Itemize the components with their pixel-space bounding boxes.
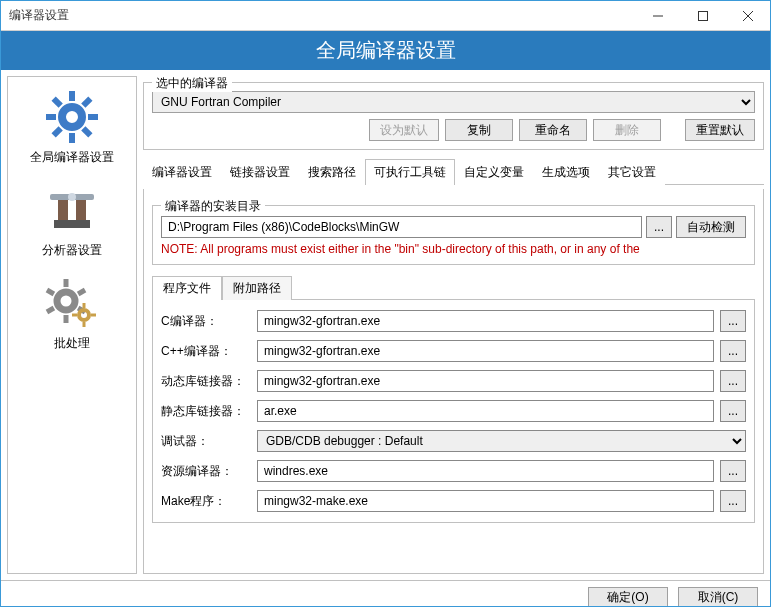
group-title: 编译器的安装目录 [161,198,265,215]
svg-rect-8 [81,126,92,137]
svg-rect-6 [81,96,92,107]
svg-point-4 [62,107,82,127]
sidebar-item-global-compiler[interactable]: 全局编译器设置 [10,83,134,176]
browse-resource-compiler[interactable]: ... [720,460,746,482]
svg-rect-28 [83,322,86,327]
input-static-linker[interactable] [257,400,714,422]
svg-point-18 [57,292,75,310]
svg-rect-23 [46,306,55,314]
auto-detect-button[interactable]: 自动检测 [676,216,746,238]
svg-rect-11 [46,114,56,120]
svg-rect-12 [51,96,62,107]
tab-body: 编译器的安装目录 ... 自动检测 NOTE: All programs mus… [143,189,764,574]
batch-gear-icon [40,275,104,331]
tab-custom-vars[interactable]: 自定义变量 [455,159,533,185]
copy-button[interactable]: 复制 [445,119,513,141]
reset-defaults-button[interactable]: 重置默认 [685,119,755,141]
window-title: 编译器设置 [1,7,635,24]
label-make-program: Make程序： [161,493,251,510]
svg-rect-29 [72,314,77,317]
group-title: 选中的编译器 [152,75,232,92]
label-cpp-compiler: C++编译器： [161,343,251,360]
profiler-icon [40,182,104,238]
svg-rect-9 [69,133,75,143]
inner-tabs: 程序文件 附加路径 [152,275,755,299]
svg-rect-26 [83,303,86,308]
svg-point-25 [79,310,89,320]
svg-rect-10 [51,126,62,137]
input-dynamic-linker[interactable] [257,370,714,392]
svg-rect-24 [46,288,55,296]
svg-rect-15 [76,200,86,220]
label-static-linker: 静态库链接器： [161,403,251,420]
svg-rect-14 [58,200,68,220]
row-cpp-compiler: C++编译器： ... [161,340,746,362]
sidebar: 全局编译器设置 分析器设置 批处理 [7,76,137,574]
sidebar-item-batch[interactable]: 批处理 [10,269,134,362]
label-debugger: 调试器： [161,433,251,450]
select-debugger[interactable]: GDB/CDB debugger : Default [257,430,746,452]
svg-rect-5 [69,91,75,101]
input-c-compiler[interactable] [257,310,714,332]
tab-compiler-settings[interactable]: 编译器设置 [143,159,221,185]
maximize-button[interactable] [680,1,725,30]
rename-button[interactable]: 重命名 [519,119,587,141]
set-default-button: 设为默认 [369,119,439,141]
browse-static-linker[interactable]: ... [720,400,746,422]
browse-c-compiler[interactable]: ... [720,310,746,332]
minimize-button[interactable] [635,1,680,30]
label-c-compiler: C编译器： [161,313,251,330]
dialog-footer: 确定(O) 取消(C) [1,580,770,607]
main-tabs: 编译器设置 链接器设置 搜索路径 可执行工具链 自定义变量 生成选项 其它设置 [143,158,764,185]
row-static-linker: 静态库链接器： ... [161,400,746,422]
input-resource-compiler[interactable] [257,460,714,482]
sidebar-item-label: 批处理 [54,335,90,352]
browse-dynamic-linker[interactable]: ... [720,370,746,392]
install-note: NOTE: All programs must exist either in … [161,242,746,256]
tab-linker-settings[interactable]: 链接器设置 [221,159,299,185]
row-c-compiler: C编译器： ... [161,310,746,332]
install-dir-group: 编译器的安装目录 ... 自动检测 NOTE: All programs mus… [152,205,755,265]
tab-search-paths[interactable]: 搜索路径 [299,159,365,185]
close-button[interactable] [725,1,770,30]
tab-build-options[interactable]: 生成选项 [533,159,599,185]
svg-rect-19 [64,279,69,287]
label-resource-compiler: 资源编译器： [161,463,251,480]
browse-cpp-compiler[interactable]: ... [720,340,746,362]
page-title: 全局编译器设置 [1,31,770,70]
sidebar-item-label: 全局编译器设置 [30,149,114,166]
delete-button: 删除 [593,119,661,141]
svg-rect-22 [64,315,69,323]
selected-compiler-group: 选中的编译器 GNU Fortran Compiler 设为默认 复制 重命名 … [143,82,764,150]
svg-rect-7 [88,114,98,120]
row-dynamic-linker: 动态库链接器： ... [161,370,746,392]
tab-toolchain-executables[interactable]: 可执行工具链 [365,159,455,185]
label-dynamic-linker: 动态库链接器： [161,373,251,390]
svg-rect-27 [91,314,96,317]
svg-rect-1 [698,11,707,20]
tab-other-settings[interactable]: 其它设置 [599,159,665,185]
inner-tab-additional-paths[interactable]: 附加路径 [222,276,292,300]
sidebar-item-label: 分析器设置 [42,242,102,259]
svg-rect-20 [77,288,86,296]
titlebar: 编译器设置 [1,1,770,31]
browse-install-button[interactable]: ... [646,216,672,238]
cancel-button[interactable]: 取消(C) [678,587,758,608]
svg-rect-16 [54,220,90,228]
gear-icon [40,89,104,145]
browse-make-program[interactable]: ... [720,490,746,512]
row-debugger: 调试器： GDB/CDB debugger : Default [161,430,746,452]
program-files-panel: C编译器： ... C++编译器： ... 动态库链接器： ... 静态库链接器… [152,299,755,523]
row-resource-compiler: 资源编译器： ... [161,460,746,482]
input-cpp-compiler[interactable] [257,340,714,362]
sidebar-item-profiler[interactable]: 分析器设置 [10,176,134,269]
ok-button[interactable]: 确定(O) [588,587,668,608]
input-make-program[interactable] [257,490,714,512]
row-make-program: Make程序： ... [161,490,746,512]
svg-point-17 [68,193,76,201]
compiler-select[interactable]: GNU Fortran Compiler [152,91,755,113]
inner-tab-program-files[interactable]: 程序文件 [152,276,222,300]
install-path-input[interactable] [161,216,642,238]
